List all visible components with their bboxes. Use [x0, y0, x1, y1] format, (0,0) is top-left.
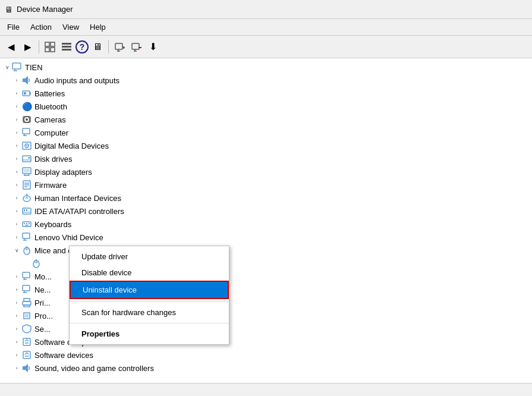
ctx-scan-hardware[interactable]: Scan for hardware changes	[70, 304, 229, 320]
menu-help[interactable]: Help	[85, 21, 111, 33]
toolbar-back[interactable]: ◀	[4, 39, 19, 55]
toolbar-view2[interactable]	[59, 39, 74, 55]
network-label: Ne...	[34, 285, 51, 294]
mouse-child-expand	[21, 259, 31, 268]
svg-rect-55	[24, 223, 25, 224]
tree-audio[interactable]: › Audio inputs and outputs	[0, 74, 532, 87]
title-bar-icon: 🖥	[5, 5, 13, 14]
svg-rect-57	[29, 223, 30, 224]
tree-hid[interactable]: › Human Interface Devices	[0, 191, 532, 205]
keyboards-label: Keyboards	[34, 220, 71, 229]
ctx-properties[interactable]: Properties	[70, 326, 229, 342]
processors-label: Pro...	[34, 312, 53, 320]
sound-icon	[21, 363, 32, 373]
svg-rect-19	[23, 78, 25, 82]
svg-rect-52	[24, 209, 25, 211]
processors-icon	[21, 310, 32, 321]
svg-rect-56	[26, 223, 27, 224]
title-bar: 🖥 Device Manager	[0, 0, 532, 19]
toolbar-add[interactable]	[112, 39, 127, 55]
menu-file[interactable]: File	[2, 21, 24, 33]
display-expand: ›	[12, 167, 21, 177]
tree-batteries[interactable]: › Batteries	[0, 87, 532, 100]
svg-rect-69	[36, 259, 37, 260]
digital-media-expand: ›	[12, 141, 21, 150]
svg-point-32	[26, 145, 27, 146]
disk-expand: ›	[12, 154, 21, 164]
batteries-icon	[21, 88, 32, 99]
cameras-label: Cameras	[34, 115, 66, 124]
tree-disk[interactable]: › Disk drives	[0, 152, 532, 165]
svg-rect-2	[45, 48, 49, 52]
toolbar-computer[interactable]: 🖥	[90, 39, 105, 55]
tree-cameras[interactable]: › Cameras	[0, 113, 532, 126]
ctx-update-driver[interactable]: Update driver	[70, 249, 229, 265]
svg-rect-12	[132, 43, 139, 49]
svg-rect-1	[51, 42, 55, 46]
audio-label: Audio inputs and outputs	[34, 76, 119, 85]
hid-label: Human Interface Devices	[34, 194, 121, 203]
cameras-expand: ›	[12, 115, 21, 124]
ctx-separator2	[70, 323, 229, 323]
keyboards-expand: ›	[12, 219, 21, 229]
tree-display[interactable]: › Display adapters	[0, 165, 532, 178]
disk-icon	[21, 153, 32, 164]
root-label: TIEN	[25, 63, 43, 72]
ide-icon	[21, 206, 32, 216]
svg-rect-89	[23, 366, 25, 370]
audio-icon	[21, 75, 32, 86]
tree-sound[interactable]: › Sound, video and game controllers	[0, 362, 532, 375]
root-computer-icon	[12, 62, 23, 73]
tree-keyboards[interactable]: › Keyboards	[0, 218, 532, 231]
lenovo-expand: ›	[12, 232, 21, 242]
svg-rect-59	[23, 233, 30, 238]
security-icon	[21, 323, 32, 334]
lenovo-label: Lenovo Vhid Device	[34, 233, 103, 242]
tree-ide[interactable]: › IDE ATA/ATAPI controllers	[0, 205, 532, 218]
cameras-icon	[21, 114, 32, 125]
main-area: ∨ TIEN › Audio inputs and outputs › Batt…	[0, 58, 532, 383]
ctx-separator	[70, 301, 229, 302]
tree-computer[interactable]: › Computer	[0, 126, 532, 139]
menu-action[interactable]: Action	[26, 21, 56, 33]
tree-root[interactable]: ∨ TIEN	[0, 61, 532, 74]
computer-icon	[21, 127, 32, 138]
toolbar-help[interactable]: ?	[75, 40, 89, 54]
bluetooth-expand: ›	[12, 102, 21, 111]
svg-marker-90	[25, 364, 28, 372]
ctx-disable-device[interactable]: Disable device	[70, 265, 229, 281]
sw-devices-icon	[21, 350, 32, 360]
digital-media-label: Digital Media Devices	[34, 142, 109, 150]
svg-rect-70	[23, 272, 30, 278]
toolbar-scan[interactable]: ⬇	[145, 39, 160, 55]
toolbar-remove[interactable]	[128, 39, 144, 55]
toolbar-forward[interactable]: ▶	[20, 39, 36, 55]
svg-rect-22	[30, 92, 31, 95]
security-expand: ›	[12, 324, 21, 334]
svg-marker-20	[25, 76, 28, 84]
disk-label: Disk drives	[34, 155, 73, 164]
sound-label: Sound, video and game controllers	[34, 364, 154, 373]
menu-view[interactable]: View	[58, 21, 84, 33]
display-icon	[21, 166, 32, 177]
tree-bluetooth[interactable]: › 🔵 Bluetooth	[0, 100, 532, 113]
svg-line-87	[27, 353, 29, 354]
tree-digital-media[interactable]: › Digital Media Devices	[0, 139, 532, 152]
printers-label: Pri...	[34, 298, 51, 307]
ctx-uninstall-device[interactable]: Uninstall device	[70, 281, 229, 299]
firmware-icon	[21, 180, 32, 190]
computer-expand: ›	[12, 128, 21, 137]
svg-rect-77	[23, 301, 31, 305]
toolbar-view1[interactable]	[42, 39, 58, 55]
svg-rect-3	[51, 48, 55, 52]
tree-firmware[interactable]: › Firmware	[0, 178, 532, 191]
bluetooth-icon: 🔵	[21, 101, 32, 112]
tree-lenovo[interactable]: › Lenovo Vhid Device	[0, 231, 532, 244]
batteries-label: Batteries	[34, 89, 65, 98]
mice-icon	[21, 245, 32, 256]
mice-expand: ∨	[12, 246, 21, 255]
hid-icon	[21, 193, 32, 203]
tree-sw-devices[interactable]: › Software devices	[0, 348, 532, 362]
monitors-label: Mo...	[34, 272, 52, 281]
audio-expand: ›	[12, 76, 21, 85]
